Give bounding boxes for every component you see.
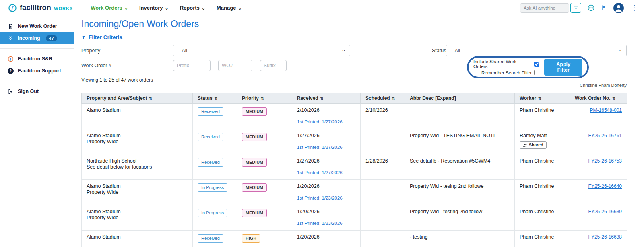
cell-work-order-no: FY25-26-16638 [570, 231, 627, 247]
cell-worker: Pham Christine [515, 104, 570, 129]
cell-status: Received [193, 104, 237, 129]
col-header-scheduled[interactable]: Scheduled⇅ [361, 93, 405, 104]
sort-icon: ⇅ [612, 96, 615, 101]
remember-filter-label: Remember Search Filter [481, 70, 532, 75]
work-order-link[interactable]: FY25-26-16638 [588, 234, 622, 240]
funnel-icon [81, 35, 86, 40]
cell-status: In Progress [193, 180, 237, 205]
cell-priority: MEDIUM [237, 180, 292, 205]
filter-criteria-toggle[interactable]: Filter Criteria [81, 34, 122, 40]
ask-ai-group [520, 3, 581, 13]
work-order-link[interactable]: PM-16548-001 [590, 107, 622, 113]
cell-worker: Ramey Matt Shared [515, 129, 570, 154]
chevron-down-icon: ⌄ [341, 47, 346, 53]
include-shared-checkbox[interactable] [534, 62, 539, 67]
cell-status: Received [193, 231, 237, 247]
cell-desc: Property Wid - TESTING EMAIL NOTI [405, 129, 515, 154]
nav-work-orders[interactable]: Work Orders ⌄ [91, 5, 128, 11]
first-printed: 1st Printed: 1/27/2026 [297, 144, 355, 150]
sort-icon: ⇅ [392, 96, 395, 101]
highlight-annotation: Include Shared Work Orders Remember Sear… [467, 56, 589, 78]
top-nav: Work Orders ⌄ Inventory ⌄ Reports ⌄ Mana… [91, 5, 242, 11]
topbar: f facilitron WORKS Work Orders ⌄ Invento… [0, 0, 644, 16]
table-row: Northside High SchoolSee detail below fo… [82, 154, 627, 180]
property-select[interactable]: -- All -- ⌄ [173, 45, 350, 56]
col-header-priority[interactable]: Priority⇅ [237, 93, 292, 104]
sort-icon: ⇅ [261, 96, 264, 101]
sort-icon: ⇅ [215, 96, 218, 101]
flag-icon[interactable] [601, 4, 607, 11]
apply-filter-button[interactable]: Apply Filter [544, 59, 582, 76]
wo-number-input[interactable] [218, 60, 252, 71]
sidebar-item-facilitron-support[interactable]: ? Facilitron Support [0, 65, 74, 77]
svg-text:f: f [11, 5, 14, 11]
sidebar-item-incoming[interactable]: Incoming 47 [0, 32, 74, 44]
prefix-input[interactable] [173, 60, 211, 71]
cell-work-order-no: FY25-26-16753 [570, 154, 627, 180]
work-order-link[interactable]: FY25-26-16753 [588, 158, 622, 164]
cell-received: 1/20/20261st Printed: 1/23/2026 [292, 205, 361, 231]
first-printed: 1st Printed: 1/23/2026 [297, 220, 355, 226]
col-header-worker[interactable]: Worker⇅ [515, 93, 570, 104]
status-badge: Received [198, 133, 223, 141]
status-badge: In Progress [198, 183, 227, 192]
status-badge: In Progress [198, 209, 227, 217]
cell-received: 1/20/20261st Printed: 1/23/2026 [292, 180, 361, 205]
cell-property: Alamo StadiumProperty Wide - [82, 129, 193, 154]
col-header-received[interactable]: Received⇅ [292, 93, 361, 104]
globe-icon[interactable] [587, 4, 595, 12]
status-select[interactable]: -- All -- ⌄ [446, 45, 627, 56]
table-row: Alamo StadiumProperty Wide - Received ME… [82, 129, 627, 154]
status-badge: Received [198, 234, 223, 243]
nav-manage[interactable]: Manage ⌄ [217, 5, 242, 11]
cell-worker: Pham Christine [515, 180, 570, 205]
incoming-count-badge: 47 [46, 35, 57, 41]
cell-work-order-no: FY25-26-16639 [570, 205, 627, 231]
ask-ai-input[interactable] [520, 3, 569, 13]
property-label: Property [81, 48, 100, 54]
facilitron-logo-icon: f [8, 4, 17, 12]
table-header-row: Property and Area/Subject⇅ Status⇅ Prior… [82, 93, 627, 104]
status-badge: Received [198, 107, 223, 116]
dash-separator: - [213, 62, 215, 68]
cell-worker: Pham Christine [515, 231, 570, 247]
cell-scheduled: 2/10/2026 [361, 104, 405, 129]
cell-desc: Property Wid - tesing 2nd followe [405, 180, 515, 205]
col-header-status[interactable]: Status⇅ [193, 93, 237, 104]
cell-received: 1/27/20261st Printed: 1/27/2026 [292, 154, 361, 180]
col-header-abbr-desc[interactable]: Abbr Desc [Expand] [405, 93, 515, 104]
brand[interactable]: f facilitron WORKS [8, 4, 73, 12]
nav-inventory[interactable]: Inventory ⌄ [139, 5, 169, 11]
work-orders-table: Property and Area/Subject⇅ Status⇅ Prior… [81, 93, 627, 247]
cell-priority: MEDIUM [237, 205, 292, 231]
overflow-menu-icon[interactable]: ⋮ [630, 4, 638, 11]
user-avatar[interactable] [613, 3, 624, 13]
cell-work-order-no: FY25-26-16640 [570, 180, 627, 205]
cell-property: Alamo Stadium [82, 104, 193, 129]
sidebar-item-new-work-order[interactable]: New Work Order [0, 20, 74, 32]
work-order-link[interactable]: FY25-26-16640 [588, 183, 622, 189]
col-header-property[interactable]: Property and Area/Subject⇅ [82, 93, 193, 104]
work-order-link[interactable]: FY25-26-16639 [588, 209, 622, 214]
work-order-link[interactable]: FY25-26-16761 [588, 133, 622, 138]
page-title: Incoming/Open Work Orders [81, 19, 199, 29]
cell-status: Received [193, 154, 237, 180]
sign-out-icon [7, 89, 14, 95]
col-header-work-order-no[interactable]: Work Order No.⇅ [570, 93, 627, 104]
divider [0, 48, 74, 49]
brand-name: facilitron [20, 4, 51, 12]
suffix-input[interactable] [260, 60, 287, 71]
nav-reports[interactable]: Reports ⌄ [180, 5, 205, 11]
table-row: Alamo Stadium Received MEDIUM 2/10/20261… [82, 104, 627, 129]
cell-property: Northside High SchoolSee detail below fo… [82, 154, 193, 180]
people-icon [523, 143, 527, 147]
remember-filter-checkbox[interactable] [534, 70, 539, 75]
cell-desc: Property Wid - testing 2nd follow [405, 205, 515, 231]
question-mark-icon: ? [7, 68, 14, 74]
sidebar-item-sign-out[interactable]: Sign Out [0, 85, 74, 97]
table-row: Alamo StadiumProperty Wide In Progress M… [82, 180, 627, 205]
sort-icon: ⇅ [538, 96, 541, 101]
ask-ai-robot-button[interactable] [570, 3, 581, 13]
sidebar-item-facilitron-sr[interactable]: f Facilitron S&R [0, 53, 74, 65]
cell-work-order-no: FY25-26-16761 [570, 129, 627, 154]
